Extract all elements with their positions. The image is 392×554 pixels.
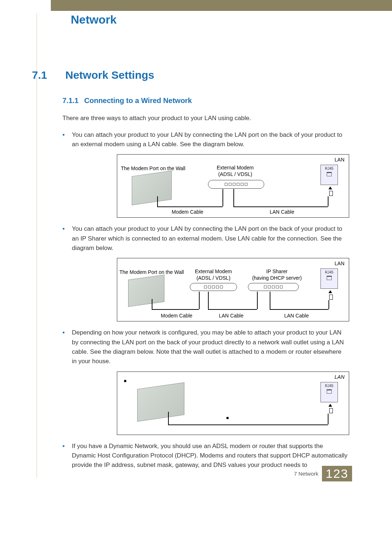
list-item: • Depending on how your network is confi… bbox=[62, 328, 348, 366]
chapter-title: Network bbox=[71, 13, 117, 26]
cable bbox=[222, 189, 223, 206]
label-ipsharer-l2: (having DHCP server) bbox=[252, 275, 302, 281]
footer-chapter-label: 7 Network bbox=[294, 471, 319, 477]
label-lan-cable-short: ■ bbox=[226, 415, 229, 421]
cable bbox=[328, 196, 328, 206]
section-heading: 7.1 Network Settings bbox=[32, 69, 348, 81]
cable bbox=[328, 414, 328, 424]
label-lan-cable: LAN Cable bbox=[219, 313, 244, 319]
label-rj45: RJ45 bbox=[321, 269, 338, 274]
arrow-up-icon bbox=[328, 290, 332, 293]
label-wall-port: The Modem Port on the Wall bbox=[121, 165, 193, 172]
cable bbox=[152, 309, 199, 310]
label-lan: LAN bbox=[335, 374, 344, 381]
arrow-up-icon bbox=[328, 186, 332, 189]
bullet-icon: • bbox=[62, 224, 72, 253]
plug-icon bbox=[329, 191, 333, 196]
cable bbox=[257, 292, 258, 309]
rj45-icon bbox=[327, 389, 332, 394]
plug-icon bbox=[329, 295, 333, 300]
page-footer: 7 Network 123 bbox=[294, 466, 352, 481]
cable bbox=[208, 309, 257, 310]
footer-page-number: 123 bbox=[322, 466, 352, 481]
bullet-icon: • bbox=[62, 328, 72, 366]
label-ipsharer-l1: IP Sharer bbox=[266, 268, 288, 274]
lan-port-box: RJ45 bbox=[320, 382, 338, 402]
label-modem-l2: (ADSL / VDSL) bbox=[218, 171, 252, 177]
cable bbox=[199, 292, 200, 309]
rj45-icon bbox=[327, 276, 332, 280]
label-lan-cable: LAN Cable bbox=[284, 313, 309, 319]
subsection-title: Connecting to a Wired Network bbox=[84, 97, 192, 105]
section-title: Network Settings bbox=[65, 69, 154, 81]
wall-plate-icon bbox=[132, 171, 172, 205]
label-lan: LAN bbox=[335, 260, 344, 267]
label-wall-port-short: ■ bbox=[124, 378, 126, 384]
label-wall-port: The Modem Port on the Wall bbox=[119, 269, 192, 276]
lan-port-box: RJ45 bbox=[320, 165, 338, 185]
bullet-icon: • bbox=[62, 130, 72, 149]
modem-icon bbox=[208, 180, 264, 189]
bullet-text: You can attach your product to your LAN … bbox=[72, 224, 348, 253]
cable bbox=[270, 292, 270, 309]
rj45-icon bbox=[327, 172, 332, 176]
cable bbox=[157, 206, 222, 207]
intro-paragraph: There are three ways to attach your prod… bbox=[62, 114, 348, 123]
modem-icon bbox=[190, 283, 237, 291]
diagram-3: LAN RJ45 ■ ■ bbox=[102, 372, 348, 435]
list-item: • You can attach your product to your LA… bbox=[62, 224, 348, 253]
page-content: 7.1 Network Settings 7.1.1 Connecting to… bbox=[32, 69, 348, 475]
label-lan: LAN bbox=[335, 157, 344, 163]
cable bbox=[270, 309, 328, 310]
bullet-text: Depending on how your network is configu… bbox=[72, 328, 348, 366]
label-modem-l1: External Modem bbox=[195, 268, 232, 274]
cable bbox=[168, 412, 169, 424]
label-lan-cable: LAN Cable bbox=[270, 209, 294, 216]
label-modem-cable: Modem Cable bbox=[161, 313, 192, 319]
label-modem-l2: (ADSL / VDSL) bbox=[196, 275, 230, 281]
subsection-heading: 7.1.1 Connecting to a Wired Network bbox=[62, 97, 348, 105]
bullet-text: You can attach your product to your LAN … bbox=[72, 130, 348, 149]
cable bbox=[157, 196, 158, 206]
diagram-2: The Modem Port on the Wall External Mode… bbox=[102, 258, 348, 321]
label-modem-l1: External Modem bbox=[217, 165, 254, 171]
cable bbox=[208, 292, 209, 309]
plug-icon bbox=[329, 408, 333, 413]
header-bar bbox=[0, 0, 392, 11]
lan-port-box: RJ45 bbox=[320, 268, 338, 289]
wall-plate-icon bbox=[137, 382, 184, 421]
cable bbox=[233, 189, 234, 206]
cable bbox=[328, 300, 329, 309]
bullet-icon: • bbox=[62, 442, 72, 470]
subsection-number: 7.1.1 bbox=[62, 97, 84, 105]
label-rj45: RJ45 bbox=[321, 165, 338, 171]
label-rj45: RJ45 bbox=[321, 382, 338, 388]
label-modem-cable: Modem Cable bbox=[172, 209, 203, 216]
cable bbox=[233, 206, 328, 207]
cable bbox=[168, 424, 328, 425]
bullet-list: • You can attach your product to your LA… bbox=[62, 130, 348, 470]
arrow-up-icon bbox=[328, 404, 332, 407]
wall-plate-icon bbox=[128, 275, 164, 307]
list-item: • You can attach your product to your LA… bbox=[62, 130, 348, 149]
cable bbox=[152, 299, 152, 309]
ip-sharer-icon bbox=[248, 283, 299, 291]
section-number: 7.1 bbox=[32, 69, 65, 81]
diagram-1: The Modem Port on the Wall External Mode… bbox=[102, 154, 348, 218]
header-tab bbox=[0, 0, 51, 13]
